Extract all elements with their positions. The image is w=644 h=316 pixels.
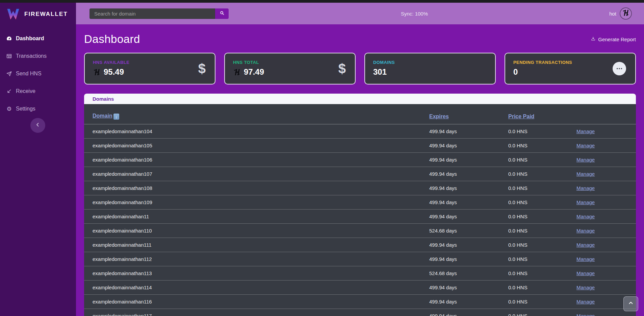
sidebar-item-transactions[interactable]: Transactions bbox=[0, 47, 76, 65]
cell-actions: Manage bbox=[576, 242, 636, 248]
top-window-strip bbox=[0, 0, 644, 3]
cell-domain: exampledomainnathan109 bbox=[84, 199, 429, 205]
stat-card-value: 0 bbox=[513, 67, 518, 77]
column-header-price-paid[interactable]: Price Paid bbox=[508, 114, 576, 124]
cell-expires: 499.94 days bbox=[429, 171, 508, 177]
cell-price-paid: 0.0 HNS bbox=[508, 199, 576, 205]
sidebar-item-send-hns[interactable]: Send HNS bbox=[0, 65, 76, 82]
wallet-name: hot bbox=[609, 11, 616, 17]
cell-domain: exampledomainnathan117 bbox=[84, 313, 429, 316]
manage-link[interactable]: Manage bbox=[576, 242, 595, 248]
cell-actions: Manage bbox=[576, 185, 636, 191]
table-row: exampledomainnathan108499.94 days0.0 HNS… bbox=[84, 181, 636, 195]
manage-link[interactable]: Manage bbox=[576, 214, 595, 219]
cell-domain: exampledomainnathan110 bbox=[84, 228, 429, 234]
cell-price-paid: 0.0 HNS bbox=[508, 157, 576, 163]
stat-card-value: 95.49 bbox=[104, 67, 124, 77]
cell-actions: Manage bbox=[576, 214, 636, 219]
domain-sort-link[interactable]: Domain bbox=[93, 113, 112, 119]
cell-domain: exampledomainnathan11 bbox=[84, 214, 429, 219]
domains-panel: Domains Domain↓ Expires Price Paid examp… bbox=[84, 94, 636, 316]
table-row: exampledomainnathan113524.68 days0.0 HNS… bbox=[84, 266, 636, 281]
sort-descending-icon: ↓ bbox=[113, 114, 119, 120]
cell-expires: 499.94 days bbox=[429, 157, 508, 163]
manage-link[interactable]: Manage bbox=[576, 270, 595, 276]
sidebar-item-label: Dashboard bbox=[16, 35, 44, 42]
chevron-left-icon bbox=[35, 122, 41, 129]
brand-name: FIREWALLET bbox=[24, 11, 68, 18]
cell-domain: exampledomainnathan107 bbox=[84, 171, 429, 177]
cell-actions: Manage bbox=[576, 157, 636, 163]
cell-actions: Manage bbox=[576, 199, 636, 205]
cell-expires: 524.68 days bbox=[429, 228, 508, 234]
cell-expires: 499.94 days bbox=[429, 313, 508, 316]
cell-expires: 499.94 days bbox=[429, 242, 508, 248]
manage-link[interactable]: Manage bbox=[576, 185, 595, 191]
sidebar-nav: DashboardTransactionsSend HNSReceive⚙Set… bbox=[0, 30, 76, 118]
stat-card-label: HNS TOTAL bbox=[233, 60, 347, 65]
search-input[interactable] bbox=[89, 8, 215, 19]
cell-expires: 499.94 days bbox=[429, 299, 508, 305]
table-header-row: Domain↓ Expires Price Paid bbox=[84, 104, 636, 124]
cell-actions: Manage bbox=[576, 228, 636, 234]
cell-price-paid: 0.0 HNS bbox=[508, 299, 576, 305]
sidebar-item-settings[interactable]: ⚙Settings bbox=[0, 100, 76, 118]
search-button[interactable] bbox=[215, 8, 229, 19]
manage-link[interactable]: Manage bbox=[576, 128, 595, 134]
stat-card-label: DOMAINS bbox=[373, 60, 487, 65]
sync-status: Sync: 100% bbox=[401, 11, 428, 17]
table-row: exampledomainnathan114499.94 days0.0 HNS… bbox=[84, 281, 636, 295]
cell-domain: exampledomainnathan105 bbox=[84, 143, 429, 148]
manage-link[interactable]: Manage bbox=[576, 313, 595, 316]
table-row: exampledomainnathan109499.94 days0.0 HNS… bbox=[84, 195, 636, 210]
sidebar-collapse-button[interactable] bbox=[30, 118, 45, 133]
manage-link[interactable]: Manage bbox=[576, 299, 595, 305]
manage-link[interactable]: Manage bbox=[576, 171, 595, 177]
stat-card-value: 97.49 bbox=[244, 67, 264, 77]
cell-domain: exampledomainnathan116 bbox=[84, 299, 429, 305]
scroll-to-top-button[interactable] bbox=[623, 296, 638, 311]
stat-card-hns-available: HNS AVAILABLE95.49$ bbox=[84, 53, 215, 84]
sidebar-item-label: Send HNS bbox=[16, 71, 42, 77]
manage-link[interactable]: Manage bbox=[576, 157, 595, 163]
cell-domain: exampledomainnathan108 bbox=[84, 185, 429, 191]
wallet-menu-button[interactable] bbox=[620, 7, 632, 20]
cell-price-paid: 0.0 HNS bbox=[508, 313, 576, 316]
manage-link[interactable]: Manage bbox=[576, 285, 595, 290]
sidebar-item-dashboard[interactable]: Dashboard bbox=[0, 30, 76, 47]
table-row: exampledomainnathan110524.68 days0.0 HNS… bbox=[84, 224, 636, 238]
stat-card-label: PENDING TRANSACTIONS bbox=[513, 60, 627, 65]
top-navbar: Sync: 100% hot bbox=[76, 3, 644, 24]
paper-plane-icon bbox=[6, 71, 12, 77]
cell-domain: exampledomainnathan104 bbox=[84, 128, 429, 134]
generate-report-button[interactable]: Generate Report bbox=[591, 36, 636, 42]
table-body: exampledomainnathan104499.94 days0.0 HNS… bbox=[84, 124, 636, 316]
brand[interactable]: FIREWALLET bbox=[0, 3, 76, 20]
table-row: exampledomainnathan117499.94 days0.0 HNS… bbox=[84, 309, 636, 316]
page-header: Dashboard Generate Report bbox=[84, 32, 636, 46]
price-paid-sort-link[interactable]: Price Paid bbox=[508, 114, 534, 119]
cell-price-paid: 0.0 HNS bbox=[508, 143, 576, 148]
sidebar-item-receive[interactable]: Receive bbox=[0, 82, 76, 100]
manage-link[interactable]: Manage bbox=[576, 256, 595, 262]
cell-actions: Manage bbox=[576, 128, 636, 134]
column-header-domain[interactable]: Domain↓ bbox=[84, 113, 429, 124]
stat-card-hns-total: HNS TOTAL97.49$ bbox=[224, 53, 356, 84]
table-row: exampledomainnathan107499.94 days0.0 HNS… bbox=[84, 167, 636, 181]
cell-domain: exampledomainnathan106 bbox=[84, 157, 429, 163]
column-header-actions bbox=[576, 120, 636, 124]
sidebar: FIREWALLET DashboardTransactionsSend HNS… bbox=[0, 3, 76, 316]
manage-link[interactable]: Manage bbox=[576, 143, 595, 148]
hns-logo-icon bbox=[93, 68, 101, 76]
cell-actions: Manage bbox=[576, 270, 636, 276]
cell-expires: 499.94 days bbox=[429, 185, 508, 191]
cell-actions: Manage bbox=[576, 143, 636, 148]
sidebar-item-label: Transactions bbox=[16, 53, 47, 59]
cell-actions: Manage bbox=[576, 313, 636, 316]
stat-card-label: HNS AVAILABLE bbox=[93, 60, 207, 65]
expires-sort-link[interactable]: Expires bbox=[429, 114, 449, 119]
receive-arrow-icon bbox=[6, 88, 12, 94]
manage-link[interactable]: Manage bbox=[576, 199, 595, 205]
column-header-expires[interactable]: Expires bbox=[429, 114, 508, 124]
manage-link[interactable]: Manage bbox=[576, 228, 595, 234]
